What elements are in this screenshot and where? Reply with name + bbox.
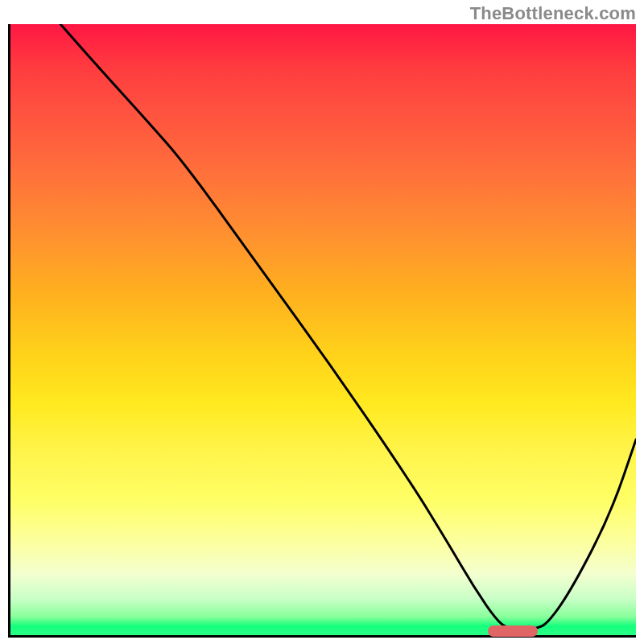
- watermark-text: TheBottleneck.com: [470, 3, 636, 24]
- bottleneck-curve: [10, 24, 636, 635]
- bottleneck-plot: [8, 24, 636, 638]
- optimum-marker: [488, 625, 538, 637]
